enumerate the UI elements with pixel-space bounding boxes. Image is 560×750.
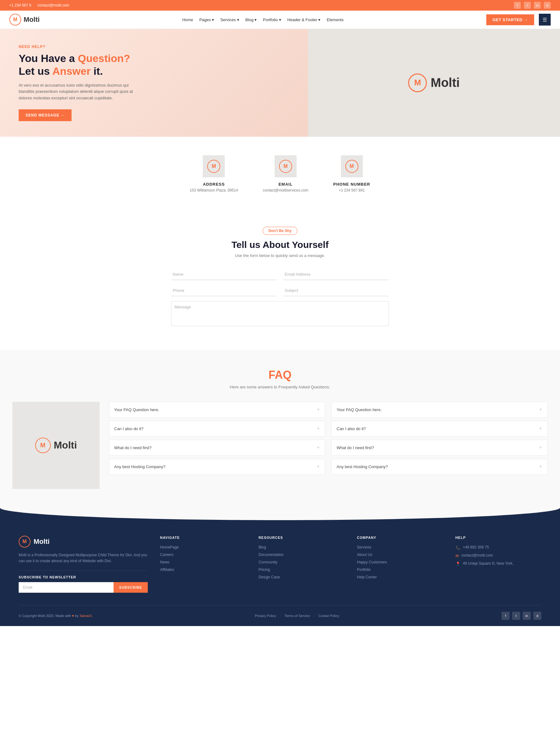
header-right: GET STARTED → ☰ [486,14,551,25]
faq-item[interactable]: Can I also do it? + [109,421,325,437]
phone-input[interactable] [171,285,277,296]
faq-column-1: Your FAQ Question here. + Can I also do … [109,402,325,475]
faq-expand-icon: + [539,407,542,413]
footer-terms-link[interactable]: Terms of Service [285,614,310,618]
footer-link-homepage[interactable]: HomePage [160,545,246,549]
faq-item[interactable]: Any best Hosting Company? + [109,459,325,475]
logo-icon: M [9,14,21,25]
footer-link-about-us[interactable]: About Us [357,553,443,557]
logo[interactable]: M Molti [9,14,40,25]
faq-columns: Your FAQ Question here. + Can I also do … [109,402,547,475]
faq-item[interactable]: Your FAQ Question here. + [109,402,325,418]
faq-expand-icon: + [539,463,542,470]
faq-section: FAQ Here are some answers to Frequently … [0,350,560,508]
address-label: ADDRESS [203,182,225,186]
footer-link-blog[interactable]: Blog [258,545,345,549]
footer-dribbble-icon[interactable]: d [533,612,541,620]
footer-link-news[interactable]: News [160,560,246,565]
footer-link-careers[interactable]: Careers [160,553,246,557]
hero-description: At vero eos et accusamus iusto odio dign… [19,82,143,101]
topbar-phone: +1 234 567 8 [9,3,31,7]
form-title: Tell us About Yourself [231,239,329,250]
footer-col-navigate-title: NAVIGATE [160,536,246,539]
faq-item[interactable]: Can I also do it? + [331,421,547,437]
send-message-button[interactable]: SEND MESSAGE → [19,109,71,121]
faq-item[interactable]: What do I need first? + [331,440,547,456]
footer-col-help-title: HELP [455,536,541,539]
subscribe-button[interactable]: SUBSCRIBE [113,582,148,593]
nav-services[interactable]: Services ▾ [220,17,239,22]
contact-address: M ADDRESS 153 Williamson Plaza, 09514 [190,155,238,193]
name-input[interactable] [171,269,277,280]
dribbble-icon[interactable]: d [544,2,551,9]
footer-col-company-title: COMPANY [357,536,443,539]
faq-item[interactable]: What do I need first? + [109,440,325,456]
footer-privacy-link[interactable]: Privacy Policy [255,614,276,618]
topbar-email: contact@molti.com [37,3,69,7]
main-nav: Home Pages ▾ Services ▾ Blog ▾ Portfolio… [182,17,344,22]
hero-title: You Have a Question? Let us Answer it. [19,52,295,78]
facebook-icon[interactable]: f [514,2,521,9]
footer-link-pricing[interactable]: Pricing [258,568,345,572]
hero-left: NEED HELP? You Have a Question? Let us A… [0,29,308,137]
heart-icon: ♥ [72,614,74,618]
nav-portfolio[interactable]: Portfolio ▾ [263,17,281,22]
faq-item[interactable]: Your FAQ Question here. + [331,402,547,418]
footer-cookie-link[interactable]: Cookie Policy [318,614,339,618]
faq-question: Can I also do it? [337,427,366,431]
faq-expand-icon: + [539,445,542,451]
faq-header: FAQ Here are some answers to Frequently … [13,369,547,389]
contact-email: M EMAIL contact@moltiservices.com [263,155,308,193]
footer-link-affiliates[interactable]: Affiliates [160,568,246,572]
header: M Molti Home Pages ▾ Services ▾ Blog ▾ P… [0,11,560,29]
footer-link-documentation[interactable]: Documentation [258,553,345,557]
footer-link-community[interactable]: Community [258,560,345,565]
address-contact-icon: 📍 [455,561,460,566]
faq-question: Can I also do it? [114,427,143,431]
hero-logo-text: Molti [431,76,459,90]
footer-email-input[interactable] [19,582,113,593]
footer-twitter-icon[interactable]: t [512,612,520,620]
subscribe-label: SUBSCRIBE TO NEWSLETTER [19,575,148,579]
faq-question: What do I need first? [337,446,374,450]
footer-link-services[interactable]: Services [357,545,443,549]
faq-logo-text: Molti [54,439,77,451]
subject-input[interactable] [283,285,389,296]
message-textarea[interactable] [171,301,389,326]
footer-phone-number: +49 892 358 75 [463,545,489,549]
twitter-icon[interactable]: t [524,2,531,9]
topbar-right: f t in d [514,2,551,9]
phone-value: +1 234 567 891 [339,188,365,193]
instagram-icon[interactable]: in [534,2,541,9]
maker-name[interactable]: Samar3. [80,614,93,618]
nav-header-footer[interactable]: Header & Footer ▾ [288,17,321,22]
footer-link-design-case[interactable]: Design Case [258,575,345,579]
contact-info-section: M ADDRESS 153 Williamson Plaza, 09514 M … [0,137,560,211]
faq-item[interactable]: Any best Hosting Company? + [331,459,547,475]
form-row-2 [171,285,389,296]
phone-label: PHONE NUMBER [333,182,370,186]
faq-expand-icon: + [316,426,320,432]
nav-blog[interactable]: Blog ▾ [246,17,257,22]
faq-logo: M Molti [35,438,77,453]
nav-pages[interactable]: Pages ▾ [200,17,214,22]
email-value: contact@moltiservices.com [263,188,308,193]
hamburger-button[interactable]: ☰ [539,14,551,25]
footer-top: M Molti Molti is a Professionally Design… [19,536,541,593]
footer-facebook-icon[interactable]: f [501,612,510,620]
need-help-label: NEED HELP? [19,44,295,49]
footer-link-happy-customers[interactable]: Happy Customers [357,560,443,565]
email-icon: M [279,160,292,173]
footer-brand-desc: Molti is a Professionally Designed Multi… [19,552,148,564]
footer-instagram-icon[interactable]: in [523,612,531,620]
nav-home[interactable]: Home [182,17,193,22]
hero-logo-icon: M [408,74,427,92]
footer-link-help-center[interactable]: Help Center [357,575,443,579]
footer-link-portfolio[interactable]: Portfolio [357,568,443,572]
footer-email-address: contact@molti.com [461,553,493,557]
footer-col-resources: RESOURCES Blog Documentation Community P… [258,536,345,593]
nav-elements[interactable]: Elements [327,17,344,22]
get-started-button[interactable]: GET STARTED → [486,14,534,25]
footer-brand: M Molti Molti is a Professionally Design… [19,536,148,593]
email-input[interactable] [283,269,389,280]
